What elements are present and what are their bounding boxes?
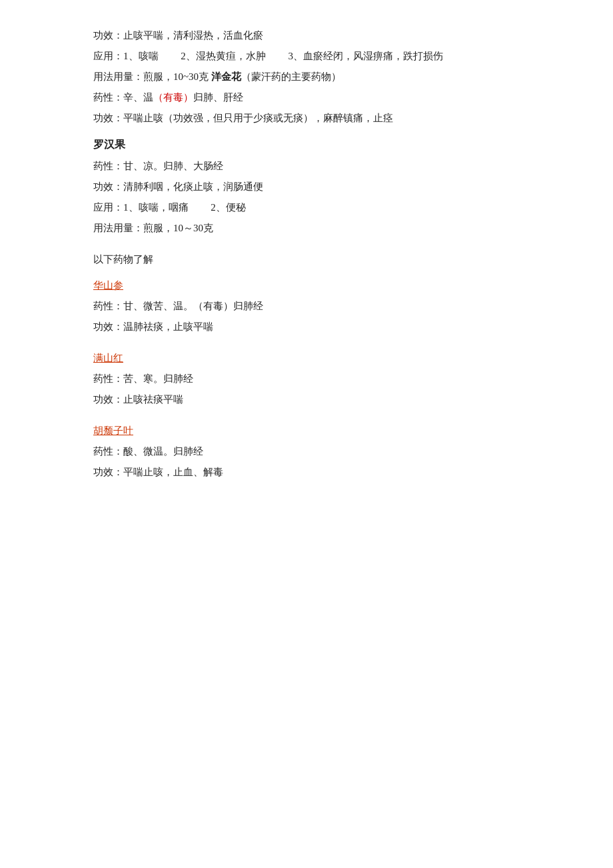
- manshanhong-gongxiao: 功效：止咳祛痰平喘: [93, 391, 533, 409]
- gongxiao-line2: 功效：平喘止咳（功效强，但只用于少痰或无痰），麻醉镇痛，止痉: [93, 109, 533, 127]
- luohanguo-yaoxing: 药性：甘、凉。归肺、大肠经: [93, 157, 533, 175]
- yaoxing-line: 药性：辛、温（有毒）归肺、肝经: [93, 89, 533, 107]
- intro-text: 以下药物了解: [93, 251, 533, 269]
- huashancan-section: 华山参 药性：甘、微苦、温。（有毒）归肺经 功效：温肺祛痰，止咳平喘: [93, 277, 533, 336]
- block1-section: 功效：止咳平喘，清利湿热，活血化瘀 应用：1、咳喘 2、湿热黄疸，水肿 3、血瘀…: [93, 27, 533, 127]
- yingyong-line: 应用：1、咳喘 2、湿热黄疸，水肿 3、血瘀经闭，风湿痹痛，跌打损伤: [93, 47, 533, 65]
- manshanhong-section: 满山红 药性：苦、寒。归肺经 功效：止咳祛痰平喘: [93, 349, 533, 409]
- hupinziye-section: 胡颓子叶 药性：酸、微温。归肺经 功效：平喘止咳，止血、解毒: [93, 422, 533, 481]
- manshanhong-yaoxing: 药性：苦、寒。归肺经: [93, 370, 533, 388]
- luohanguo-section: 罗汉果 药性：甘、凉。归肺、大肠经 功效：清肺利咽，化痰止咳，润肠通便 应用：1…: [93, 135, 533, 237]
- hupinziye-yaoxing: 药性：酸、微温。归肺经: [93, 443, 533, 461]
- hupinziye-gongxiao: 功效：平喘止咳，止血、解毒: [93, 463, 533, 481]
- huashancan-yaoxing: 药性：甘、微苦、温。（有毒）归肺经: [93, 297, 533, 315]
- gongxiao-line1: 功效：止咳平喘，清利湿热，活血化瘀: [93, 27, 533, 45]
- luohanguo-yongfa: 用法用量：煎服，10～30克: [93, 219, 533, 237]
- yongfa-line: 用法用量：煎服，10~30克 洋金花（蒙汗药的主要药物）: [93, 68, 533, 86]
- luohanguo-gongxiao: 功效：清肺利咽，化痰止咳，润肠通便: [93, 178, 533, 196]
- luohanguo-title: 罗汉果: [93, 135, 533, 155]
- huashancan-title[interactable]: 华山参: [93, 277, 533, 295]
- manshanhong-title[interactable]: 满山红: [93, 349, 533, 367]
- intro-section: 以下药物了解: [93, 251, 533, 269]
- huashancan-gongxiao: 功效：温肺祛痰，止咳平喘: [93, 318, 533, 336]
- luohanguo-yingyong: 应用：1、咳喘，咽痛 2、便秘: [93, 199, 533, 217]
- hupinziye-title[interactable]: 胡颓子叶: [93, 422, 533, 440]
